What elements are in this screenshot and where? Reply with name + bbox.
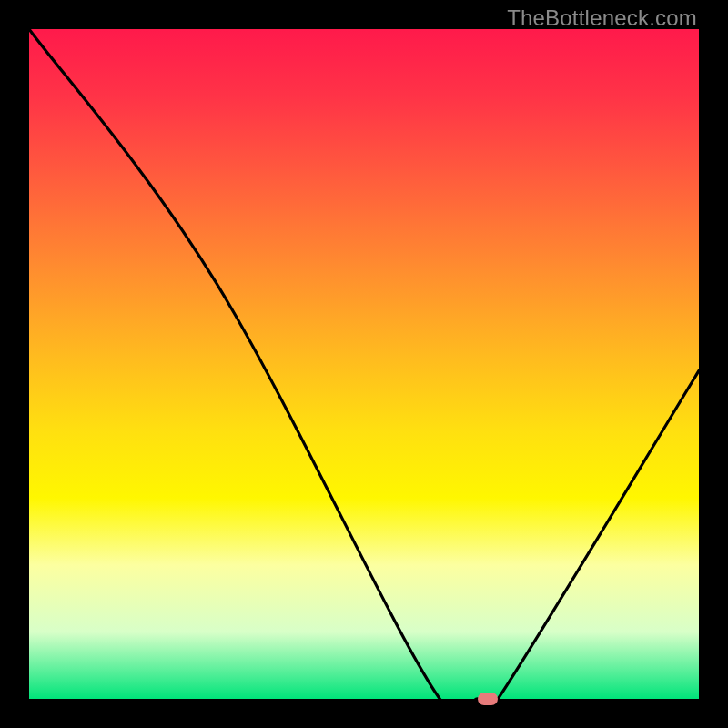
chart-curve (29, 29, 699, 699)
watermark-text: TheBottleneck.com (507, 5, 697, 31)
optimal-point-marker (478, 693, 498, 705)
chart-frame: TheBottleneck.com (0, 0, 728, 728)
bottleneck-curve-path (29, 29, 699, 699)
